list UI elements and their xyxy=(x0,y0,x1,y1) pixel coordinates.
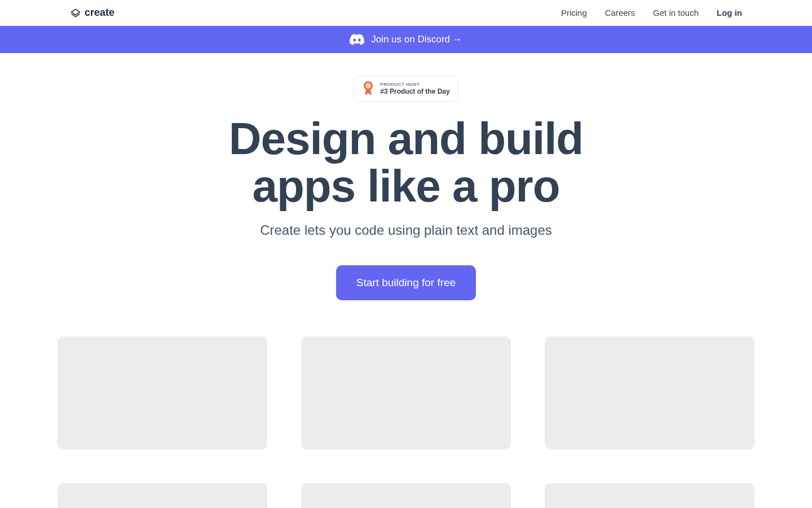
nav-login[interactable]: Log in xyxy=(717,8,742,17)
product-hunt-text: PRODUCT HUNT #3 Product of the Day xyxy=(380,82,449,95)
main-nav: Pricing Careers Get in touch Log in xyxy=(561,8,742,17)
nav-contact[interactable]: Get in touch xyxy=(653,8,699,17)
hero-title-line2: apps like a pro xyxy=(252,161,559,211)
logo-icon xyxy=(70,7,81,19)
example-card xyxy=(58,483,267,508)
ph-rank: #3 Product of the Day xyxy=(380,87,449,95)
discord-banner[interactable]: Join us on Discord → xyxy=(0,26,812,53)
example-card xyxy=(301,336,511,449)
logo[interactable]: create xyxy=(70,7,114,19)
example-card xyxy=(58,336,267,449)
ph-label: PRODUCT HUNT xyxy=(380,82,420,87)
svg-point-1 xyxy=(365,83,371,89)
hero-title-line1: Design and build xyxy=(229,113,583,164)
medal-icon xyxy=(362,81,374,97)
example-card xyxy=(545,483,754,508)
example-card xyxy=(301,483,511,508)
nav-pricing[interactable]: Pricing xyxy=(561,8,587,17)
main-content: PRODUCT HUNT #3 Product of the Day Desig… xyxy=(0,53,812,508)
banner-text: Join us on Discord → xyxy=(371,34,462,45)
nav-careers[interactable]: Careers xyxy=(605,8,635,17)
product-hunt-badge[interactable]: PRODUCT HUNT #3 Product of the Day xyxy=(354,76,458,102)
start-building-button[interactable]: Start building for free xyxy=(336,265,476,300)
hero-title: Design and build apps like a pro xyxy=(0,115,812,210)
logo-text: create xyxy=(85,7,114,19)
hero-subtitle: Create lets you code using plain text an… xyxy=(0,222,812,238)
discord-icon xyxy=(350,34,364,45)
examples-grid xyxy=(0,300,812,508)
example-card xyxy=(545,336,754,449)
header: create Pricing Careers Get in touch Log … xyxy=(0,0,812,26)
